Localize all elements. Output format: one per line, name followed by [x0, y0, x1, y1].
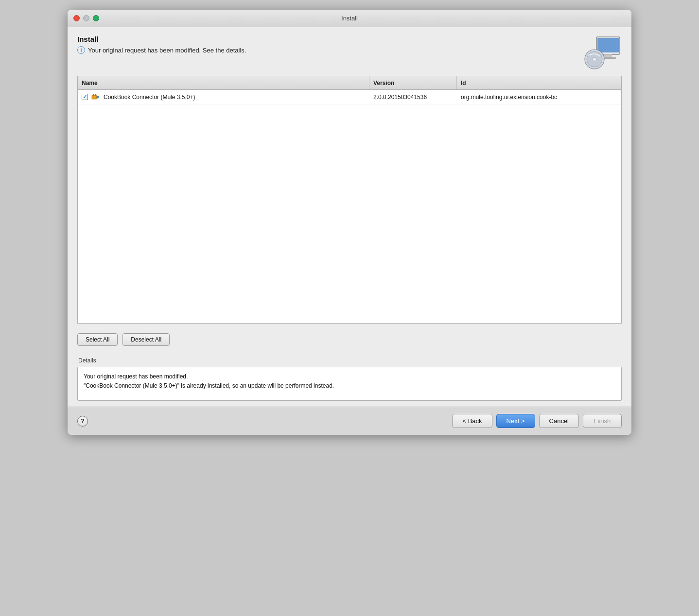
install-icon [583, 35, 622, 70]
content-area: Install i Your original request has been… [68, 27, 631, 407]
table-row[interactable]: CookBook Connector (Mule 3.5.0+) 2.0.0.2… [78, 90, 621, 104]
row-checkbox[interactable] [82, 94, 88, 100]
install-window: Install Install i Your original request … [68, 10, 631, 435]
cell-name: CookBook Connector (Mule 3.5.0+) [78, 90, 369, 104]
maximize-button[interactable] [93, 15, 99, 21]
cell-version: 2.0.0.201503041536 [369, 90, 457, 104]
titlebar: Install [68, 10, 631, 27]
help-area: ? [77, 416, 88, 427]
info-message: Your original request has been modified.… [88, 47, 246, 54]
header-left: Install i Your original request has been… [77, 35, 246, 54]
help-button[interactable]: ? [77, 416, 88, 427]
svg-rect-8 [97, 96, 99, 98]
back-button[interactable]: < Back [452, 414, 492, 428]
minimize-button[interactable] [83, 15, 89, 21]
details-line1: Your original request has been modified. [84, 372, 615, 381]
svg-rect-1 [597, 38, 619, 52]
traffic-lights [73, 15, 99, 21]
svg-point-6 [593, 57, 596, 61]
install-icon-svg [583, 35, 622, 70]
info-icon: i [77, 46, 85, 54]
col-id: Id [457, 76, 621, 89]
window-title: Install [341, 15, 358, 22]
svg-rect-10 [95, 94, 96, 96]
deselect-all-button[interactable]: Deselect All [122, 333, 170, 346]
finish-button: Finish [583, 414, 622, 428]
table-body: CookBook Connector (Mule 3.5.0+) 2.0.0.2… [78, 90, 621, 323]
close-button[interactable] [73, 15, 80, 21]
selection-buttons: Select All Deselect All [77, 328, 622, 351]
svg-rect-9 [93, 94, 94, 96]
cell-id: org.mule.tooling.ui.extension.cook-bc [457, 90, 621, 104]
navigation-buttons: < Back Next > Cancel Finish [452, 414, 622, 428]
plugin-icon [91, 92, 101, 102]
details-box: Your original request has been modified.… [77, 367, 622, 401]
header-info: i Your original request has been modifie… [77, 46, 246, 54]
bottom-bar: ? < Back Next > Cancel Finish [68, 407, 631, 435]
select-all-button[interactable]: Select All [77, 333, 118, 346]
header-section: Install i Your original request has been… [77, 35, 622, 76]
next-button[interactable]: Next > [496, 414, 535, 428]
details-label: Details [77, 357, 622, 364]
details-section: Details Your original request has been m… [77, 351, 622, 407]
svg-rect-2 [604, 54, 612, 57]
table-header: Name Version Id [78, 76, 621, 90]
cancel-button[interactable]: Cancel [539, 414, 579, 428]
svg-rect-7 [92, 95, 97, 99]
col-version: Version [369, 76, 457, 89]
row-name: CookBook Connector (Mule 3.5.0+) [104, 94, 195, 101]
packages-table: Name Version Id [77, 76, 622, 324]
page-title: Install [77, 35, 246, 43]
details-line2: "CookBook Connector (Mule 3.5.0+)" is al… [84, 381, 615, 391]
col-name: Name [78, 76, 369, 89]
